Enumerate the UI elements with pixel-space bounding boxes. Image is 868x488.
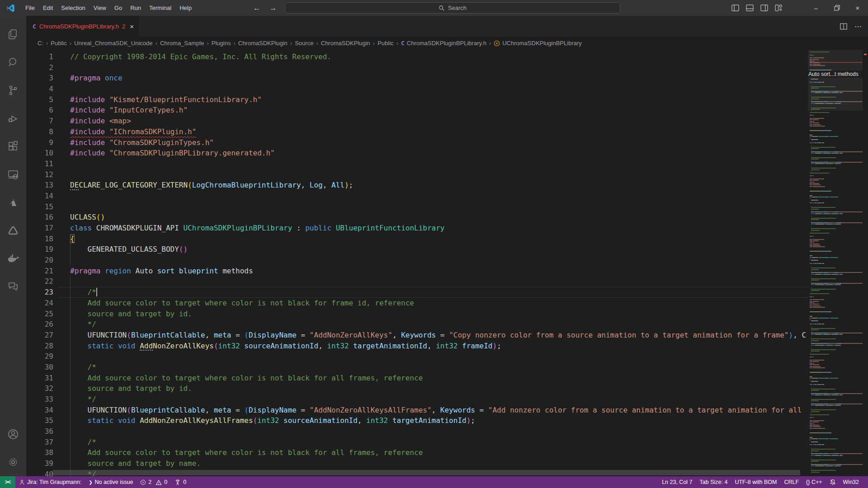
eol-indicator[interactable]: CRLF [780,476,802,488]
menu-file[interactable]: File [21,5,39,11]
ports-status[interactable]: 0 [171,476,190,488]
code-line-5[interactable]: 5#include "Kismet/BlueprintFunctionLibra… [26,94,808,105]
breadcrumb-item[interactable]: Unreal_ChromaSDK_Unicode [74,40,152,47]
code-line-31[interactable]: 31 Add source color to target where colo… [26,373,808,384]
code-line-24[interactable]: 24 Add source color to target where colo… [26,298,808,309]
menu-edit[interactable]: Edit [39,5,57,11]
breadcrumb-item[interactable]: ChromaSDKPlugin [321,40,370,47]
code-line-37[interactable]: 37 /* [26,437,808,448]
problems-status[interactable]: 2 0 [137,476,171,488]
code-line-17[interactable]: 17class CHROMASDKPLUGIN_API UChromaSDKPl… [26,223,808,234]
horizontal-scrollbar[interactable] [52,470,800,475]
code-line-19[interactable]: 19 GENERATED_UCLASS_BODY() [26,244,808,255]
breadcrumb-item[interactable]: C: [38,40,43,47]
line-col-indicator[interactable]: Ln 23, Col 7 [658,476,696,488]
atlassian-icon[interactable] [0,188,26,216]
breadcrumb-item[interactable]: Source [295,40,313,47]
breadcrumb-item[interactable]: Plugins [212,40,231,47]
jira-status[interactable]: Jira: Tim Graupmann: [15,476,85,488]
breadcrumb-item[interactable]: ChromaSDKPlugin [238,40,288,47]
active-issue-status[interactable]: ❯ No active issue [85,476,137,488]
toggle-secondary-sidebar-icon[interactable] [760,5,768,11]
language-indicator[interactable]: {} C++ [802,476,826,488]
run-debug-icon[interactable] [0,104,26,132]
code-line-9[interactable]: 9#include "ChromaSDKPluginTypes.h" [26,137,808,148]
code-line-26[interactable]: 26 */ [26,319,808,330]
code-line-15[interactable]: 15 [26,202,808,212]
menu-view[interactable]: View [90,5,110,11]
breadcrumb-item[interactable]: Public [377,40,393,47]
code-line-30[interactable]: 30 /* [26,362,808,373]
explorer-icon[interactable] [0,20,26,48]
code-line-33[interactable]: 33 */ [26,394,808,405]
comments-icon[interactable] [0,272,26,300]
code-line-35[interactable]: 35 static void AddNonZeroAllKeysAllFrame… [26,415,808,426]
menu-go[interactable]: Go [110,5,126,11]
toggle-sidebar-icon[interactable] [731,5,739,11]
menu-run[interactable]: Run [126,5,145,11]
code-line-21[interactable]: 21#pragma region Auto sort blueprint met… [26,266,808,277]
code-line-4[interactable]: 4 [26,84,808,94]
code-line-10[interactable]: 10#include "ChromaSDKPluginBPLibrary.gen… [26,148,808,159]
menu-help[interactable]: Help [175,5,196,11]
code-line-3[interactable]: 3#pragma once [26,73,808,84]
toggle-panel-icon[interactable] [746,5,754,11]
encoding-indicator[interactable]: UTF-8 with BOM [731,476,780,488]
code-line-7[interactable]: 7#include <map> [26,116,808,127]
code-line-39[interactable]: 39 source and target by name. [26,458,808,469]
tab-size-indicator[interactable]: Tab Size: 4 [696,476,731,488]
command-center-search[interactable]: Search [285,2,620,14]
do-not-disturb[interactable] [826,476,840,488]
code-line-18[interactable]: 18{ [26,234,808,244]
code-line-36[interactable]: 36 [26,426,808,437]
menu-terminal[interactable]: Terminal [145,5,175,11]
code-line-23[interactable]: 23 /* [26,287,808,298]
restore-icon[interactable] [826,0,847,16]
account-icon[interactable] [0,420,26,448]
docker-icon[interactable] [0,244,26,272]
search-icon[interactable] [0,48,26,76]
code-line-20[interactable]: 20 [26,255,808,266]
remote-explorer-icon[interactable] [0,160,26,188]
back-arrow-icon[interactable]: ← [253,4,260,12]
triangle-app-icon[interactable] [0,216,26,244]
code-line-11[interactable]: 11 [26,159,808,169]
code-line-25[interactable]: 25 source and target by id. [26,309,808,319]
minimize-icon[interactable]: – [806,0,826,16]
code-line-38[interactable]: 38 Add source color to target where colo… [26,447,808,458]
code-line-16[interactable]: 16UCLASS() [26,212,808,223]
breadcrumb-item[interactable]: Public [51,40,66,47]
code-line-13[interactable]: 13DECLARE_LOG_CATEGORY_EXTERN(LogChromaB… [26,180,808,191]
source-control-icon[interactable] [0,76,26,104]
code-line-28[interactable]: 28 static void AddNonZeroAllKeys(int32 s… [26,341,808,352]
customize-layout-icon[interactable] [775,5,783,11]
close-icon[interactable]: × [847,0,868,16]
code-line-12[interactable]: 12 [26,169,808,180]
code-line-27[interactable]: 27 UFUNCTION(BlueprintCallable, meta = (… [26,330,808,341]
platform-indicator[interactable]: Win32 [840,476,863,488]
split-editor-icon[interactable] [840,23,847,30]
code-line-6[interactable]: 6#include "InputCoreTypes.h" [26,105,808,116]
menu-selection[interactable]: Selection [57,5,89,11]
breadcrumb-item[interactable]: Chroma_Sample [160,40,204,47]
minimap[interactable]: Auto sort...t methods [808,50,863,476]
code-line-14[interactable]: 14 [26,191,808,202]
forward-arrow-icon[interactable]: → [269,4,277,12]
breadcrumb-file[interactable]: ChromaSDKPluginBPLibrary.h [407,40,486,47]
code-line-32[interactable]: 32 source and target by id. [26,383,808,394]
breadcrumb-symbol[interactable]: UChromaSDKPluginBPLibrary [502,40,582,47]
settings-gear-icon[interactable] [0,448,26,476]
extensions-icon[interactable] [0,132,26,160]
tab-close-icon[interactable]: × [130,23,134,30]
code-line-22[interactable]: 22 [26,276,808,287]
remote-indicator[interactable]: >< [0,476,15,488]
code-line-2[interactable]: 2 [26,62,808,73]
code-line-1[interactable]: 1// Copyright 1998-2014 Epic Games, Inc.… [26,52,808,62]
code-line-8[interactable]: 8#include "IChromaSDKPlugin.h" [26,127,808,137]
code-content[interactable]: 1// Copyright 1998-2014 Epic Games, Inc.… [26,52,808,476]
code-line-34[interactable]: 34 UFUNCTION(BlueprintCallable, meta = (… [26,405,808,416]
more-actions-icon[interactable]: ⋯ [854,22,862,31]
tab-chromasdkpluginbplibrary[interactable]: C ChromaSDKPluginBPLibrary.h 2 × [26,16,140,37]
code-editor[interactable]: 1// Copyright 1998-2014 Epic Games, Inc.… [26,50,868,476]
code-line-29[interactable]: 29 [26,351,808,362]
